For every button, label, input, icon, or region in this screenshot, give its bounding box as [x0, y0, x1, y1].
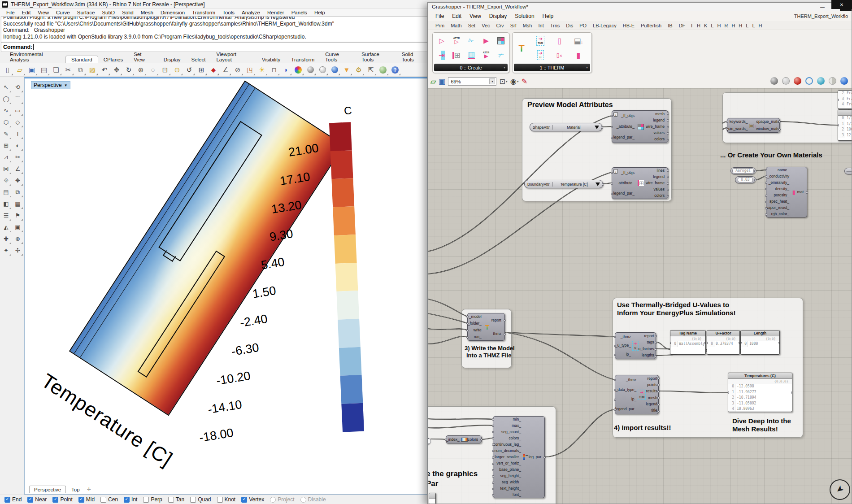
- gh-component-create-material[interactable]: _name__conductivity_emissivity_density_p…: [766, 167, 807, 217]
- sidebar-tool-icon-9[interactable]: ✎: [0, 128, 12, 139]
- ribbon-group-label[interactable]: 1 :: THERM▾: [514, 64, 590, 71]
- input-notch[interactable]: [492, 463, 494, 465]
- sidebar-tool-icon-19[interactable]: ▤: [0, 187, 12, 198]
- gh-component-preview-mesh[interactable]: _ff_objs_attribute_legend_par_meshlegend…: [612, 110, 668, 143]
- input-notch[interactable]: [765, 201, 767, 203]
- copy-icon[interactable]: ⧉: [74, 64, 86, 76]
- sidebar-tool-icon-28[interactable]: ⊚: [12, 233, 23, 244]
- rhino-toolbar-tab-solid-tools[interactable]: Solid Tools: [396, 51, 430, 63]
- gh-name-capsule[interactable]: Aerogel: [730, 167, 756, 174]
- output-notch[interactable]: [667, 182, 669, 185]
- sketch-marker-icon[interactable]: ✎: [522, 77, 527, 86]
- thm-arrow-icon[interactable]: ➔THM: [534, 34, 547, 48]
- osnap-near[interactable]: Near: [27, 496, 47, 503]
- input-notch[interactable]: [765, 207, 767, 209]
- gears-icon[interactable]: ⚙: [353, 64, 365, 76]
- grasshopper-titlebar[interactable]: Grasshopper - THERM_Export_Workflow* — ▢…: [428, 3, 852, 11]
- input-notch[interactable]: [492, 418, 494, 421]
- rhino-menu-view[interactable]: View: [34, 10, 52, 15]
- output-notch[interactable]: [657, 410, 660, 413]
- output-notch[interactable]: [754, 170, 756, 172]
- checkbox-icon[interactable]: [217, 497, 223, 503]
- bar-solid-icon[interactable]: ▮: [572, 48, 585, 62]
- gh-category-tab-l[interactable]: L: [709, 23, 715, 28]
- rhino-toolbar-tab-cplanes[interactable]: CPlanes: [98, 56, 128, 63]
- input-notch[interactable]: [445, 439, 447, 441]
- input-notch[interactable]: [614, 354, 616, 356]
- gh-category-tab-h[interactable]: H: [737, 23, 744, 28]
- sidebar-tool-icon-15[interactable]: ⋈: [0, 163, 12, 174]
- app-close-button[interactable]: ✕: [831, 0, 852, 9]
- new-document-icon[interactable]: ▯: [2, 64, 13, 76]
- input-notch[interactable]: [670, 342, 671, 344]
- partial-right-capsule[interactable]: [844, 168, 852, 174]
- gh-panel-length[interactable]: Length{0;0}01000: [740, 330, 780, 355]
- sidebar-tool-icon-8[interactable]: ◇: [12, 117, 23, 128]
- rhino-toolbar-tab-standard[interactable]: Standard: [65, 56, 98, 63]
- output-notch[interactable]: [657, 384, 660, 386]
- gh-menu-help[interactable]: Help: [539, 13, 558, 19]
- gh-category-tab-lb-legacy[interactable]: LB-Legacy: [590, 23, 620, 28]
- input-notch[interactable]: [492, 494, 494, 496]
- open-file-icon[interactable]: ▱: [14, 64, 26, 76]
- undo-view-icon[interactable]: ↺: [183, 64, 195, 76]
- gh-category-tab-dis[interactable]: Dis: [563, 23, 576, 28]
- sidebar-tool-icon-17[interactable]: ⟐: [0, 175, 12, 186]
- bar-x-icon[interactable]: ▯✕: [553, 48, 566, 62]
- output-notch[interactable]: [655, 355, 657, 357]
- output-notch[interactable]: [504, 319, 506, 322]
- bar-arrow-icon[interactable]: ⇥: [435, 48, 448, 62]
- output-notch[interactable]: [806, 191, 808, 194]
- export-note-icon[interactable]: ❏: [50, 64, 62, 76]
- gh-category-tab-int[interactable]: Int: [535, 23, 547, 28]
- attr-triangle-solid-icon[interactable]: ATTR▶: [479, 48, 493, 62]
- sidebar-tool-icon-7[interactable]: ⬡: [0, 117, 12, 128]
- gh-category-tab-math[interactable]: Math: [448, 23, 465, 28]
- window-panes-icon[interactable]: ⊞: [450, 48, 463, 62]
- grasshopper-canvas[interactable]: Preview Model Attributes ... Or Create Y…: [428, 88, 852, 504]
- gh-category-tab-crv[interactable]: Crv: [493, 23, 507, 28]
- sidebar-tool-icon-30[interactable]: ✣: [12, 245, 23, 256]
- gh-category-tab-ib[interactable]: IB: [665, 23, 675, 28]
- sidebar-tool-icon-21[interactable]: ◧: [0, 198, 12, 209]
- color-wheel-icon[interactable]: [292, 64, 304, 76]
- osnap-end[interactable]: End: [4, 496, 22, 503]
- gh-category-tab-l[interactable]: L: [744, 23, 750, 28]
- paste-icon[interactable]: ▨: [87, 64, 98, 76]
- osnap-project[interactable]: Project: [270, 496, 294, 503]
- partial-bottom-panel[interactable]: [429, 493, 436, 504]
- sidebar-tool-icon-14[interactable]: ✂: [12, 152, 23, 163]
- input-notch[interactable]: [765, 213, 767, 216]
- sidebar-tool-icon-12[interactable]: ◐: [12, 140, 23, 151]
- input-notch[interactable]: [765, 195, 767, 197]
- sidebar-tool-icon-29[interactable]: ✦: [0, 245, 12, 256]
- rhino-menu-surface[interactable]: Surface: [74, 10, 99, 15]
- zoom-selected-icon[interactable]: ⊙: [171, 64, 183, 76]
- selected-preview-icon[interactable]: [805, 77, 813, 85]
- rhino-menu-analyze[interactable]: Analyze: [238, 10, 264, 15]
- osnap-knot[interactable]: Knot: [217, 496, 236, 503]
- gh-category-tab-srf[interactable]: Srf: [507, 23, 520, 28]
- open-document-icon[interactable]: ▱: [430, 77, 436, 86]
- gh-menu-file[interactable]: File: [431, 13, 448, 19]
- rhino-toolbar-tab-surface-tools[interactable]: Surface Tools: [356, 51, 396, 63]
- output-notch[interactable]: [667, 139, 669, 141]
- rhino-toolbar-tab-curve-tools[interactable]: Curve Tools: [320, 51, 356, 63]
- input-notch[interactable]: [726, 128, 728, 130]
- input-notch[interactable]: [611, 172, 613, 174]
- rhino-toolbar-tab-select[interactable]: Select: [186, 56, 211, 63]
- osnap-int[interactable]: Int: [124, 496, 137, 503]
- rhino-menu-file[interactable]: File: [3, 10, 18, 15]
- input-notch[interactable]: [740, 342, 742, 344]
- output-notch[interactable]: [791, 391, 792, 394]
- osnap-point[interactable]: Point: [52, 496, 72, 503]
- checkbox-icon[interactable]: [78, 497, 84, 503]
- input-notch[interactable]: [492, 488, 494, 490]
- fly-icon[interactable]: ✃: [494, 48, 508, 62]
- sidebar-tool-icon-13[interactable]: ⊿: [0, 152, 12, 163]
- rendered-sphere-icon[interactable]: [329, 64, 340, 76]
- rhino-menu-curve[interactable]: Curve: [52, 10, 74, 15]
- output-notch[interactable]: [667, 195, 669, 197]
- output-notch[interactable]: [739, 342, 740, 344]
- sidebar-tool-icon-27[interactable]: ✚: [0, 233, 12, 244]
